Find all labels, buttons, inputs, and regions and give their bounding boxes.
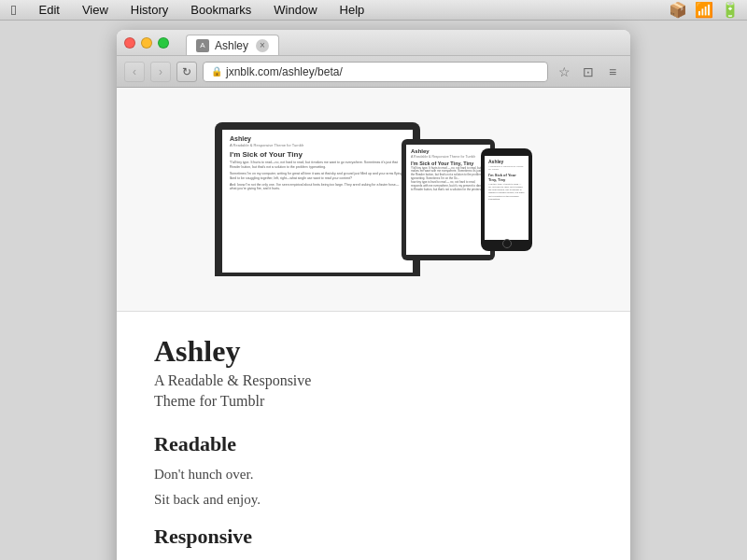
tab-close-button[interactable]: ×: [256, 39, 269, 52]
phone-heading: I'm Sick of Your Tiny, Tiny: [488, 173, 525, 182]
phone-body: Y'all tiny type. It hurts to read — no, …: [488, 183, 525, 202]
laptop-title: Ashley: [230, 135, 405, 142]
section1-line1: Don't hunch over.: [154, 464, 593, 485]
laptop-screen-content: Ashley A Readable & Responsive Theme for…: [222, 130, 413, 199]
browser-window: A Ashley × ‹ › ↻ 🔒 jxnblk.com/ashley/bet…: [117, 30, 630, 560]
url-lock-icon: 🔒: [211, 66, 222, 77]
webpage-content[interactable]: Ashley A Readable & Responsive Theme for…: [117, 88, 630, 560]
menu-help[interactable]: Help: [336, 3, 369, 17]
tablet-body2: how tiny type is hard to read — no, not …: [411, 181, 486, 192]
section2-line1: Content is device agnostic.: [154, 556, 593, 560]
menu-history[interactable]: History: [127, 3, 172, 17]
phone-title: Ashley: [488, 159, 525, 164]
tab-area: A Ashley ×: [186, 30, 279, 55]
apple-menu[interactable]: : [7, 2, 20, 18]
laptop-body: Y'all tiny type. It hurts to read—no, no…: [230, 161, 405, 170]
menu-icon[interactable]: ≡: [602, 62, 623, 82]
hero-section: Ashley A Readable & Responsive Theme for…: [117, 88, 630, 312]
tablet-heading: I'm Sick of Your Tiny, Tiny: [411, 161, 486, 166]
tablet-subtitle: A Readable & Responsive Theme for Tumblr: [411, 155, 486, 159]
maximize-window-button[interactable]: [158, 37, 169, 49]
phone-subtitle: A Readable & Responsive Theme for Tumblr: [488, 165, 525, 171]
wifi-icon: 📶: [695, 1, 713, 19]
dropbox-icon: 📦: [669, 1, 687, 19]
phone-screen: Ashley A Readable & Responsive Theme for…: [485, 156, 529, 240]
minimize-window-button[interactable]: [141, 37, 152, 49]
tablet-body: Y'all tiny type. It hurts to read — no, …: [411, 167, 486, 182]
tablet-title: Ashley: [411, 148, 486, 154]
site-title: Ashley: [154, 334, 593, 369]
bookmark-icon[interactable]: ☆: [554, 62, 574, 82]
system-icons: 📦 📶 🔋: [669, 1, 740, 19]
phone-home-button: [502, 239, 512, 248]
browser-tab[interactable]: A Ashley ×: [186, 35, 279, 55]
forward-button[interactable]: ›: [150, 62, 171, 82]
section2-heading: Responsive: [154, 525, 593, 549]
refresh-button[interactable]: ↻: [176, 62, 197, 82]
laptop-body2: Sometimes I'm on my computer, writing fo…: [230, 172, 405, 181]
menu-view[interactable]: View: [78, 3, 112, 17]
title-bar: A Ashley ×: [117, 30, 630, 56]
phone-screen-content: Ashley A Readable & Responsive Theme for…: [485, 156, 529, 204]
menu-edit[interactable]: Edit: [35, 3, 63, 17]
laptop-subtitle: A Readable & Responsive Theme for Tumblr: [230, 143, 405, 147]
menu-bookmarks[interactable]: Bookmarks: [187, 3, 255, 17]
menu-window[interactable]: Window: [270, 3, 320, 17]
laptop-mockup: Ashley A Readable & Responsive Theme for…: [215, 122, 420, 276]
url-field[interactable]: 🔒 jxnblk.com/ashley/beta/: [203, 62, 548, 82]
site-subtitle-line1: A Readable & Responsive: [154, 372, 593, 389]
phone-mockup: Ashley A Readable & Responsive Theme for…: [481, 148, 532, 251]
section1-heading: Readable: [154, 432, 593, 456]
laptop-heading: I'm Sick of Your Tiny: [230, 150, 405, 159]
camera-icon[interactable]: ⊡: [578, 62, 599, 82]
tablet-screen: Ashley A Readable & Responsive Theme for…: [406, 145, 490, 255]
laptop-screen: Ashley A Readable & Responsive Theme for…: [222, 130, 413, 273]
laptop-body3: And: know I'm not the only one. I've see…: [230, 183, 405, 192]
url-text: jxnblk.com/ashley/beta/: [226, 65, 343, 78]
tab-title: Ashley: [215, 39, 248, 52]
tab-favicon: A: [196, 39, 209, 52]
close-window-button[interactable]: [124, 37, 135, 49]
text-content: Ashley A Readable & Responsive Theme for…: [117, 312, 630, 560]
address-icons: ☆ ⊡ ≡: [554, 62, 623, 82]
address-bar: ‹ › ↻ 🔒 jxnblk.com/ashley/beta/ ☆ ⊡ ≡: [117, 56, 630, 88]
menu-bar:  Edit View History Bookmarks Window Hel…: [0, 0, 747, 21]
battery-icon: 🔋: [721, 1, 740, 19]
site-subtitle-line2: Theme for Tumblr: [154, 393, 593, 410]
back-button[interactable]: ‹: [124, 62, 145, 82]
tablet-screen-content: Ashley A Readable & Responsive Theme for…: [406, 145, 490, 196]
section1-line2: Sit back and enjoy.: [154, 489, 593, 511]
